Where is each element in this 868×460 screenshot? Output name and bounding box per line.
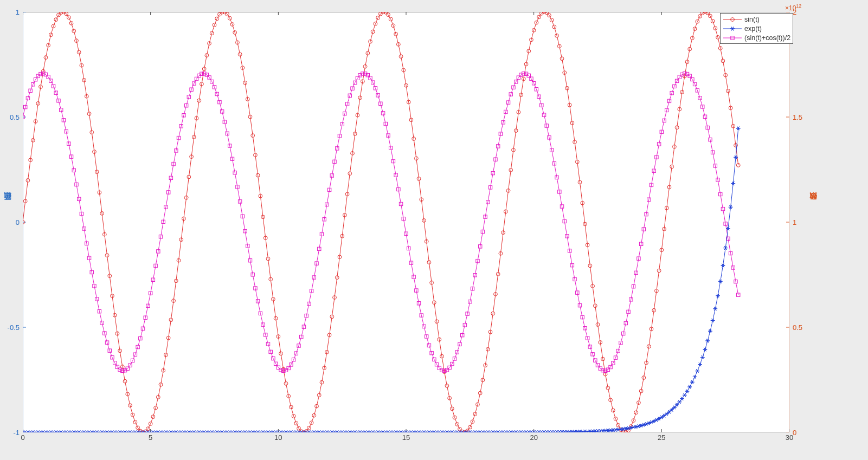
ytick-left: -0.5 [8, 323, 20, 332]
xtick: 0 [21, 433, 24, 442]
ytick-left: 0 [16, 218, 20, 226]
legend[interactable]: sin(t) exp(t) (sin(t)+cos(t))/2 [720, 13, 793, 44]
xtick: 25 [658, 433, 665, 442]
plot-svg [23, 12, 789, 432]
legend-label: sin(t) [744, 15, 760, 24]
ytick-right: 1.5 [793, 113, 802, 121]
xtick: 20 [530, 433, 537, 442]
ytick-left: 0.5 [10, 113, 20, 121]
legend-item-exp: exp(t) [723, 24, 790, 33]
legend-label: (sin(t)+cos(t))/2 [744, 34, 790, 42]
ytick-right: 1 [793, 218, 796, 226]
legend-item-sin: sin(t) [723, 15, 790, 24]
xtick: 30 [786, 433, 793, 442]
xtick: 10 [274, 433, 282, 442]
plot-area [23, 12, 789, 432]
legend-item-avg: (sin(t)+cos(t))/2 [723, 33, 790, 42]
xtick: 15 [402, 433, 410, 442]
ytick-left: -1 [13, 429, 20, 437]
ytick-right: 0.5 [793, 323, 802, 332]
ytick-right: 2 [793, 8, 796, 16]
legend-label: exp(t) [744, 24, 762, 33]
xtick: 5 [149, 433, 152, 442]
ytick-left: 1 [16, 8, 20, 16]
